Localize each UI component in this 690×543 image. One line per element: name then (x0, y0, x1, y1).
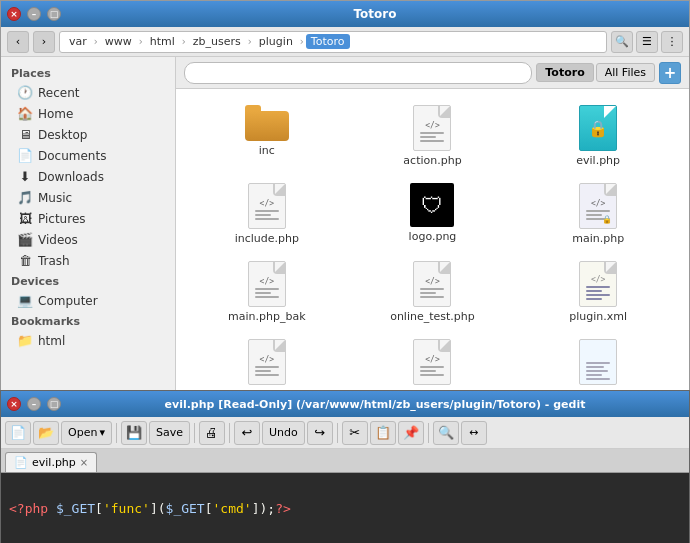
search-input[interactable] (184, 62, 532, 84)
php-file-icon-7: </> (413, 339, 451, 385)
toolbar-separator-3 (229, 423, 230, 443)
fm-titlebar: × – □ Totoro (1, 1, 689, 27)
back-button[interactable]: ‹ (7, 31, 29, 53)
file-item-action-php[interactable]: </> action.php (354, 101, 512, 171)
sidebar-label-desktop: Desktop (38, 128, 88, 142)
desktop-icon: 🖥 (17, 127, 33, 142)
file-item-include-php[interactable]: </> include.php (188, 179, 346, 249)
sidebar-item-videos[interactable]: 🎬 Videos (1, 229, 175, 250)
file-name-online-test-php: online_test.php (390, 310, 475, 323)
file-name-inc: inc (259, 144, 275, 157)
toolbar-separator-5 (428, 423, 429, 443)
gedit-titlebar: × – □ evil.php [Read-Only] (/var/www/htm… (1, 391, 689, 417)
view-options-button[interactable]: ☰ (636, 31, 658, 53)
sidebar-label-home: Home (38, 107, 73, 121)
sidebar-label-trash: Trash (38, 254, 70, 268)
tab-icon: 📄 (14, 456, 28, 469)
tab-close-button[interactable]: × (80, 457, 88, 468)
php-file-icon-6: </> (248, 339, 286, 385)
sidebar-label-recent: Recent (38, 86, 79, 100)
file-name-evil-php: evil.php (576, 154, 620, 167)
undo-button[interactable]: Undo (262, 421, 305, 445)
xml-file-icon: </> (579, 261, 617, 307)
bookmarks-header: Bookmarks (1, 311, 175, 330)
redo-button[interactable]: ↪ (307, 421, 333, 445)
recent-icon: 🕐 (17, 85, 33, 100)
open-label: Open (68, 426, 97, 439)
pictures-icon: 🖼 (17, 211, 33, 226)
downloads-icon: ⬇ (17, 169, 33, 184)
php-file-icon-3: </> 🔒 (579, 183, 617, 229)
home-icon: 🏠 (17, 106, 33, 121)
file-item-online-test-php[interactable]: </> online_test.php (354, 257, 512, 327)
sidebar-item-documents[interactable]: 📄 Documents (1, 145, 175, 166)
save-label: Save (156, 426, 183, 439)
breadcrumb-var[interactable]: var (64, 34, 92, 49)
breadcrumb: var › www › html › zb_users › plugin › T… (59, 31, 607, 53)
filter-totoro-tab[interactable]: Totoro (536, 63, 593, 82)
breadcrumb-totoro[interactable]: Totoro (306, 34, 350, 49)
php-file-icon-4: </> (248, 261, 286, 307)
save-button[interactable]: Save (149, 421, 190, 445)
sidebar-item-recent[interactable]: 🕐 Recent (1, 82, 175, 103)
minimize-button[interactable]: – (27, 7, 41, 21)
file-item-inc[interactable]: inc (188, 101, 346, 171)
sidebar-item-music[interactable]: 🎵 Music (1, 187, 175, 208)
filter-allfiles-tab[interactable]: All Files (596, 63, 655, 82)
breadcrumb-zb_users[interactable]: zb_users (188, 34, 246, 49)
gedit-tab-evil-php[interactable]: 📄 evil.php × (5, 452, 97, 472)
file-name-action-php: action.php (403, 154, 461, 167)
add-filter-button[interactable]: + (659, 62, 681, 84)
php-file-icon-2: </> (248, 183, 286, 229)
sidebar-item-downloads[interactable]: ⬇ Downloads (1, 166, 175, 187)
gedit-title: evil.php [Read-Only] (/var/www/html/zb_u… (67, 398, 683, 411)
file-item-plugin-xml[interactable]: </> plugin.xml (519, 257, 677, 327)
maximize-button[interactable]: □ (47, 7, 61, 21)
file-item-main-php-bak[interactable]: </> main.php_bak (188, 257, 346, 327)
open-button[interactable]: Open ▾ (61, 421, 112, 445)
breadcrumb-plugin[interactable]: plugin (254, 34, 298, 49)
breadcrumb-www[interactable]: www (100, 34, 137, 49)
cut-button[interactable]: ✂ (342, 421, 368, 445)
toolbar-separator-4 (337, 423, 338, 443)
logo-png-icon: 🛡 (410, 183, 454, 227)
paste-button[interactable]: 📌 (398, 421, 424, 445)
sidebar-label-documents: Documents (38, 149, 106, 163)
php-file-icon-5: </> (413, 261, 451, 307)
save-icon-button[interactable]: 💾 (121, 421, 147, 445)
toolbar-separator-2 (194, 423, 195, 443)
sidebar-item-html[interactable]: 📁 html (1, 330, 175, 351)
sidebar-label-videos: Videos (38, 233, 78, 247)
gedit-close-button[interactable]: × (7, 397, 21, 411)
open-icon-button[interactable]: 📂 (33, 421, 59, 445)
sidebar-item-computer[interactable]: 💻 Computer (1, 290, 175, 311)
sidebar-label-downloads: Downloads (38, 170, 104, 184)
copy-button[interactable]: 📋 (370, 421, 396, 445)
sidebar-label-html: html (38, 334, 65, 348)
undo-icon-button[interactable]: ↩ (234, 421, 260, 445)
new-file-button[interactable]: 📄 (5, 421, 31, 445)
sidebar-item-desktop[interactable]: 🖥 Desktop (1, 124, 175, 145)
js-file-icon (579, 339, 617, 385)
close-button[interactable]: × (7, 7, 21, 21)
open-dropdown-icon[interactable]: ▾ (99, 426, 105, 439)
find-button[interactable]: 🔍 (433, 421, 459, 445)
file-name-logo-png: logo.png (409, 230, 457, 243)
gedit-minimize-button[interactable]: – (27, 397, 41, 411)
file-name-include-php: include.php (235, 232, 299, 245)
file-manager-window: × – □ Totoro ‹ › var › www › html › zb_u… (0, 0, 690, 415)
breadcrumb-html[interactable]: html (145, 34, 180, 49)
replace-button[interactable]: ↔ (461, 421, 487, 445)
gedit-maximize-button[interactable]: □ (47, 397, 61, 411)
sidebar-item-pictures[interactable]: 🖼 Pictures (1, 208, 175, 229)
file-item-logo-png[interactable]: 🛡 logo.png (354, 179, 512, 249)
print-button[interactable]: 🖨 (199, 421, 225, 445)
file-item-main-php[interactable]: </> 🔒 main.php (519, 179, 677, 249)
search-icon-button[interactable]: 🔍 (611, 31, 633, 53)
sidebar-item-trash[interactable]: 🗑 Trash (1, 250, 175, 271)
sidebar-item-home[interactable]: 🏠 Home (1, 103, 175, 124)
file-item-evil-php[interactable]: 🔒 evil.php (519, 101, 677, 171)
more-options-button[interactable]: ⋮ (661, 31, 683, 53)
forward-button[interactable]: › (33, 31, 55, 53)
computer-icon: 💻 (17, 293, 33, 308)
